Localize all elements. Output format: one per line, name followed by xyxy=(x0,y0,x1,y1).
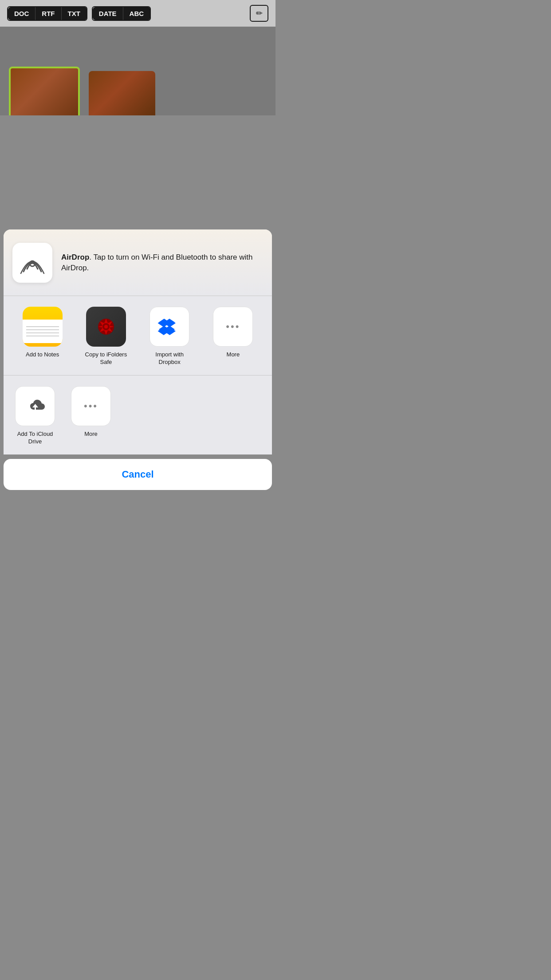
edit-button[interactable]: ✏ xyxy=(250,5,268,22)
tag-groups: DOC RTF TXT DATE ABC xyxy=(7,6,151,21)
airdrop-desc: . Tap to turn on Wi-Fi and Bluetooth to … xyxy=(61,253,253,272)
notes-line xyxy=(26,329,59,330)
tag-doc[interactable]: DOC xyxy=(8,7,35,20)
airdrop-section[interactable]: AirDrop. Tap to turn on Wi-Fi and Blueto… xyxy=(4,229,272,296)
tag-rtf[interactable]: RTF xyxy=(35,7,61,20)
tag-group-1: DOC RTF TXT xyxy=(7,6,87,21)
more-dots-icon: ••• xyxy=(226,321,240,332)
ifolders-app-icon xyxy=(86,307,126,347)
airdrop-icon xyxy=(19,249,46,276)
more-apps-icon: ••• xyxy=(213,307,253,347)
share-main-panel: AirDrop. Tap to turn on Wi-Fi and Blueto… xyxy=(4,229,272,454)
tag-group-2: DATE ABC xyxy=(92,6,151,21)
more-actions-label: More xyxy=(84,431,98,438)
book-thumbnail-2 xyxy=(89,71,155,115)
edit-icon: ✏ xyxy=(256,8,263,18)
action-item-more[interactable]: ••• More xyxy=(67,386,115,446)
airdrop-title: AirDrop xyxy=(61,253,89,261)
dropbox-app-icon xyxy=(150,307,189,347)
tag-txt[interactable]: TXT xyxy=(62,7,87,20)
apps-row: Add to Notes Copy to iFolders Safe xyxy=(11,307,265,366)
app-item-dropbox[interactable]: Import with Dropbox xyxy=(145,307,194,366)
airdrop-description: AirDrop. Tap to turn on Wi-Fi and Blueto… xyxy=(61,252,263,273)
dropbox-label: Import with Dropbox xyxy=(145,351,194,366)
dropbox-icon-svg xyxy=(157,315,182,339)
ifolders-label: Copy to iFolders Safe xyxy=(82,351,130,366)
more-actions-dots-icon: ••• xyxy=(84,400,98,412)
app-item-notes[interactable]: Add to Notes xyxy=(18,307,67,366)
more-actions-icon-box: ••• xyxy=(71,386,111,426)
actions-section: Add To iCloud Drive ••• More xyxy=(4,375,272,454)
apps-section: Add to Notes Copy to iFolders Safe xyxy=(4,296,272,375)
tag-abc[interactable]: ABC xyxy=(123,7,150,20)
background-content xyxy=(0,27,276,115)
notes-line xyxy=(26,336,59,336)
app-item-more[interactable]: ••• More xyxy=(209,307,257,366)
more-apps-label: More xyxy=(227,351,240,359)
action-item-icloud[interactable]: Add To iCloud Drive xyxy=(11,386,59,446)
ifolders-icon-svg xyxy=(93,313,119,340)
notes-line xyxy=(26,326,59,327)
app-item-ifolders[interactable]: Copy to iFolders Safe xyxy=(82,307,130,366)
tag-date[interactable]: DATE xyxy=(93,7,123,20)
actions-row: Add To iCloud Drive ••• More xyxy=(11,386,265,446)
notes-app-icon xyxy=(23,307,63,347)
notes-label: Add to Notes xyxy=(26,351,59,359)
notes-lines xyxy=(23,320,63,343)
svg-point-4 xyxy=(104,325,108,328)
cancel-section[interactable]: Cancel xyxy=(4,459,272,490)
share-sheet: AirDrop. Tap to turn on Wi-Fi and Blueto… xyxy=(0,229,276,490)
toolbar: DOC RTF TXT DATE ABC ✏ xyxy=(0,0,276,27)
icloud-icon-svg xyxy=(23,394,47,419)
airdrop-icon-box xyxy=(12,243,52,283)
icloud-label: Add To iCloud Drive xyxy=(11,431,59,446)
book-thumbnail-1 xyxy=(9,67,80,115)
icloud-action-icon xyxy=(15,386,55,426)
notes-line xyxy=(26,332,59,333)
cancel-button[interactable]: Cancel xyxy=(4,459,272,490)
